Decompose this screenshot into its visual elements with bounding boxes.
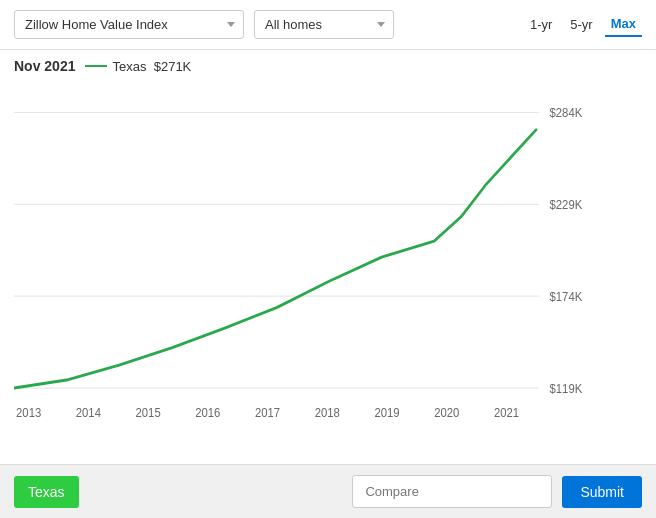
x-label-2018: 2018: [315, 405, 340, 420]
texas-line: [14, 130, 536, 388]
chart-date: Nov 2021: [14, 58, 75, 74]
legend-line-texas: [85, 65, 107, 67]
submit-button[interactable]: Submit: [562, 476, 642, 508]
time-btn-1yr[interactable]: 1-yr: [524, 13, 558, 36]
y-label-3: $174K: [550, 289, 583, 304]
metric-dropdown[interactable]: Zillow Home Value Index Zillow Rental In…: [14, 10, 244, 39]
x-label-2020: 2020: [434, 405, 459, 420]
y-label-4: $119K: [550, 381, 583, 396]
y-label-2: $229K: [550, 197, 583, 212]
time-btn-max[interactable]: Max: [605, 12, 642, 37]
x-label-2017: 2017: [255, 405, 280, 420]
y-label-1: $284K: [550, 105, 583, 120]
chart-header: Nov 2021 Texas $271K: [0, 50, 656, 78]
texas-tag-button[interactable]: Texas: [14, 476, 79, 508]
legend-item-texas: Texas $271K: [85, 59, 191, 74]
time-buttons: 1-yr 5-yr Max: [524, 12, 642, 37]
top-controls: Zillow Home Value Index Zillow Rental In…: [0, 0, 656, 50]
x-label-2015: 2015: [136, 405, 161, 420]
bottom-bar: Texas Submit: [0, 464, 656, 518]
x-label-2021: 2021: [494, 405, 519, 420]
homes-dropdown[interactable]: All homes Single family Condo/Co-op: [254, 10, 394, 39]
legend-label-texas: Texas $271K: [112, 59, 191, 74]
chart-svg: $284K $229K $174K $119K 2013 2014 2015 2…: [14, 78, 601, 434]
compare-input[interactable]: [352, 475, 552, 508]
x-label-2019: 2019: [374, 405, 399, 420]
chart-area: $284K $229K $174K $119K 2013 2014 2015 2…: [0, 78, 656, 464]
x-label-2013: 2013: [16, 405, 41, 420]
x-label-2016: 2016: [195, 405, 220, 420]
time-btn-5yr[interactable]: 5-yr: [564, 13, 598, 36]
x-label-2014: 2014: [76, 405, 101, 420]
